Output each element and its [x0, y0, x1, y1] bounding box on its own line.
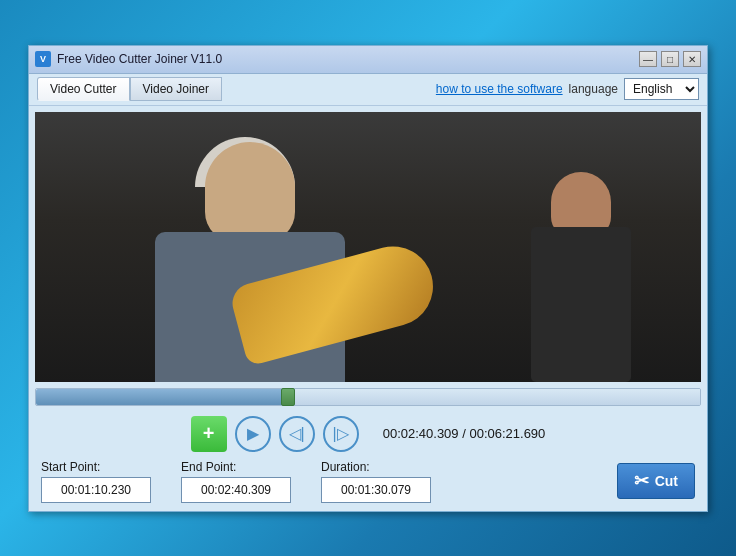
end-point-label: End Point:	[181, 460, 291, 474]
start-point-label: Start Point:	[41, 460, 151, 474]
toolbar: Video Cutter Video Joiner how to use the…	[29, 74, 707, 106]
cut-button[interactable]: ✂ Cut	[617, 463, 695, 499]
time-separator: /	[459, 426, 470, 441]
play-button[interactable]: ▶	[235, 416, 271, 452]
person-background	[521, 172, 641, 382]
controls-row: + ▶ ◁| |▷ 00:02:40.309 / 00:06:21.690	[29, 410, 707, 456]
help-link[interactable]: how to use the software	[436, 82, 563, 96]
toolbar-right: how to use the software language English…	[436, 78, 699, 100]
progress-fill	[36, 389, 288, 405]
minimize-button[interactable]: —	[639, 51, 657, 67]
main-window: V Free Video Cutter Joiner V11.0 — □ ✕ V…	[28, 45, 708, 512]
person-main	[135, 142, 415, 382]
window-controls: — □ ✕	[639, 51, 701, 67]
start-point-group: Start Point:	[41, 460, 151, 503]
language-label: language	[569, 82, 618, 96]
maximize-button[interactable]: □	[661, 51, 679, 67]
end-point-group: End Point:	[181, 460, 291, 503]
language-select[interactable]: English Chinese French German Spanish	[624, 78, 699, 100]
current-time: 00:02:40.309	[383, 426, 459, 441]
cut-button-label: Cut	[655, 473, 678, 489]
title-bar: V Free Video Cutter Joiner V11.0 — □ ✕	[29, 46, 707, 74]
total-time: 00:06:21.690	[469, 426, 545, 441]
mark-out-button[interactable]: |▷	[323, 416, 359, 452]
close-button[interactable]: ✕	[683, 51, 701, 67]
duration-input[interactable]	[321, 477, 431, 503]
duration-label: Duration:	[321, 460, 431, 474]
scissors-icon: ✂	[634, 470, 649, 492]
progress-thumb[interactable]	[281, 388, 295, 406]
app-title: Free Video Cutter Joiner V11.0	[57, 52, 222, 66]
app-icon: V	[35, 51, 51, 67]
mark-in-button[interactable]: ◁|	[279, 416, 315, 452]
progress-bar-container[interactable]	[35, 388, 701, 406]
add-file-button[interactable]: +	[191, 416, 227, 452]
tab-video-cutter[interactable]: Video Cutter	[37, 77, 130, 101]
fields-row: Start Point: End Point: Duration: ✂ Cut	[29, 456, 707, 511]
time-display: 00:02:40.309 / 00:06:21.690	[383, 426, 546, 441]
duration-group: Duration:	[321, 460, 431, 503]
title-bar-left: V Free Video Cutter Joiner V11.0	[35, 51, 222, 67]
progress-track	[36, 389, 700, 405]
video-scene	[35, 112, 701, 382]
video-player	[35, 112, 701, 382]
tab-video-joiner[interactable]: Video Joiner	[130, 77, 223, 101]
start-point-input[interactable]	[41, 477, 151, 503]
end-point-input[interactable]	[181, 477, 291, 503]
